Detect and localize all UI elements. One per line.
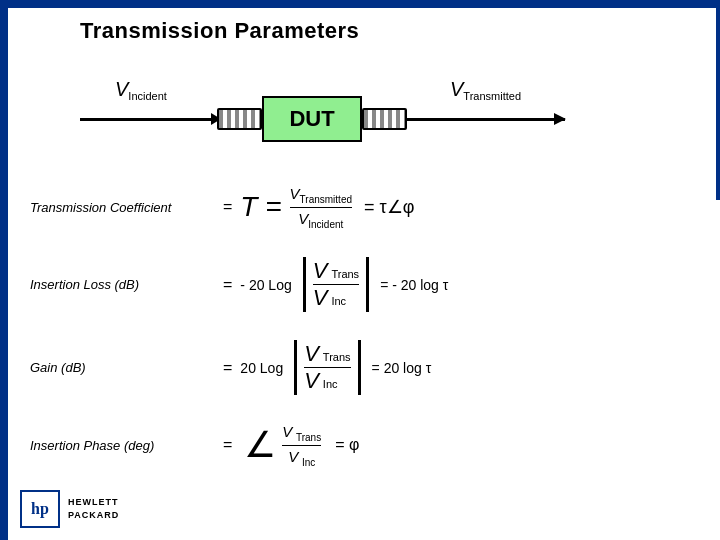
insertion-phase-row: Insertion Phase (deg) = ∠ V Trans V Inc … [30, 423, 710, 467]
v-trans-sub: Transmitted [300, 194, 352, 205]
arrow-left [80, 118, 220, 121]
gain-v-inc-sym: V [304, 370, 319, 392]
tc-numerator: VTransmitted [290, 185, 352, 208]
gain-fraction-content: V Trans V Inc [300, 341, 354, 395]
insertion-phase-label: Insertion Phase (deg) [30, 438, 215, 453]
gain-result-text: = 20 log τ [372, 360, 432, 376]
gain-abs-bar-left [294, 340, 297, 395]
il-numerator-row: V Trans [313, 260, 359, 282]
phase-fraction: V Trans V Inc [282, 423, 321, 467]
top-accent-bar [0, 0, 720, 8]
angle-icon: ∠ [244, 427, 276, 463]
gain-equals: = [223, 359, 232, 377]
v-incident-subscript: Incident [128, 90, 167, 102]
connector-left [217, 108, 262, 130]
arrow-right [405, 118, 565, 121]
abs-bar-left [303, 257, 306, 312]
hp-text: HEWLETT PACKARD [68, 496, 119, 521]
transmission-coeff-row: Transmission Coefficient = T = VTransmit… [30, 185, 710, 229]
phase-numerator: V Trans [282, 423, 321, 446]
tau-phi-result: = τ∠φ [364, 196, 414, 218]
il-v-trans-sym: V [313, 260, 328, 282]
phase-result-text: = φ [335, 436, 359, 453]
left-accent-bar [0, 0, 8, 540]
v-inc-sub: Incident [308, 218, 343, 229]
tc-equals: = [223, 198, 232, 216]
il-denominator-row: V Inc [313, 287, 346, 309]
phase-v-inc-sub: Inc [302, 456, 315, 467]
phase-denominator: V Inc [288, 446, 315, 468]
tc-denominator: VIncident [298, 208, 343, 230]
gain-v-trans-sym: V [304, 343, 319, 365]
T-symbol: T = [240, 191, 281, 223]
gain-row: Gain (dB) = 20 Log V Trans V Inc = 20 lo… [30, 340, 710, 395]
abs-bar-right [366, 257, 369, 312]
formulas-section: Transmission Coefficient = T = VTransmit… [30, 185, 710, 495]
connector-right [362, 108, 407, 130]
gain-log-text: 20 Log [240, 360, 283, 376]
gain-numerator-row: V Trans [304, 343, 350, 365]
gain-v-trans-sub: Trans [323, 352, 351, 363]
hp-line1: HEWLETT [68, 496, 119, 509]
phase-v-trans-sub: Trans [296, 432, 321, 443]
phase-v-trans-sym: V [282, 423, 292, 440]
hp-symbol: hp [31, 500, 49, 518]
v-trans-sym: V [290, 185, 300, 202]
v-inc-sym: V [298, 210, 308, 227]
hp-logo: hp HEWLETT PACKARD [20, 490, 119, 528]
gain-denominator-row: V Inc [304, 370, 337, 392]
gain-abs-bar-right [358, 340, 361, 395]
dut-box: DUT [262, 96, 362, 142]
il-result: = - 20 log τ [380, 277, 448, 293]
gain-label: Gain (dB) [30, 360, 215, 375]
il-v-trans-sub: Trans [331, 269, 359, 280]
il-fraction-content: V Trans V Inc [309, 258, 363, 312]
gain-v-inc-sub: Inc [323, 379, 338, 390]
hp-line2: PACKARD [68, 509, 119, 522]
phase-result: = φ [335, 436, 359, 454]
phase-equals: = [223, 436, 232, 454]
il-log-text: - 20 Log [240, 277, 291, 293]
v-transmitted-label: VTransmitted [450, 78, 521, 102]
il-v-inc-sym: V [313, 287, 328, 309]
il-abs-value: V Trans V Inc [300, 257, 372, 312]
transmission-coeff-label: Transmission Coefficient [30, 200, 215, 215]
gain-result: = 20 log τ [372, 360, 432, 376]
phase-v-inc-sym: V [288, 448, 298, 465]
v-incident-symbol: V [115, 78, 128, 100]
insertion-loss-label: Insertion Loss (dB) [30, 277, 215, 292]
il-v-inc-sub: Inc [331, 296, 346, 307]
right-accent-bar [716, 0, 720, 200]
insertion-loss-row: Insertion Loss (dB) = - 20 Log V Trans V… [30, 257, 710, 312]
v-incident-label: VIncident [115, 78, 167, 102]
tc-fraction: VTransmitted VIncident [290, 185, 352, 229]
v-transmitted-subscript: Transmitted [463, 90, 521, 102]
v-transmitted-symbol: V [450, 78, 463, 100]
il-result-text: = - 20 log τ [380, 277, 448, 293]
gain-abs-value: V Trans V Inc [291, 340, 363, 395]
il-equals: = [223, 276, 232, 294]
hp-logo-box: hp [20, 490, 60, 528]
page-title: Transmission Parameters [80, 18, 359, 44]
dut-label: DUT [289, 106, 334, 132]
